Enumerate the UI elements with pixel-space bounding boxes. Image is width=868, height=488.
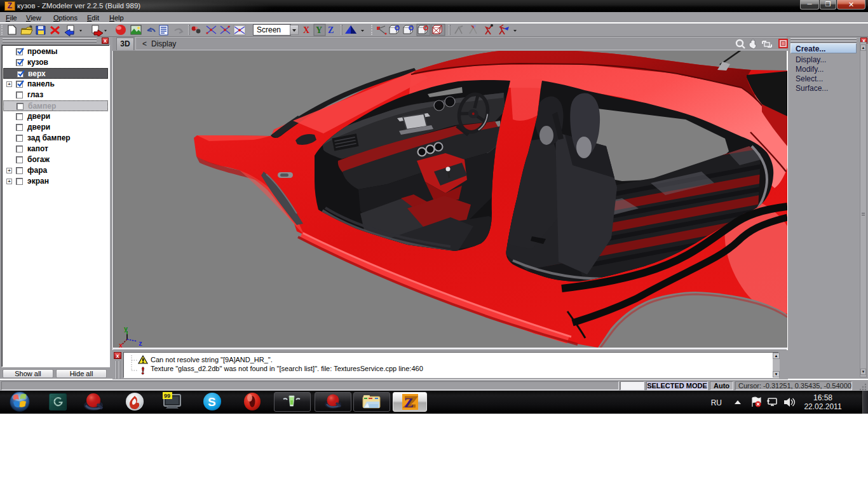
svg-text:Z: Z bbox=[404, 395, 414, 410]
svg-text:99: 99 bbox=[164, 393, 170, 399]
svg-text:Y: Y bbox=[316, 25, 322, 35]
svg-text:X: X bbox=[303, 25, 309, 35]
svg-text:z: z bbox=[139, 341, 142, 348]
svg-text:x: x bbox=[119, 342, 123, 348]
svg-text:S: S bbox=[208, 395, 216, 409]
svg-text:y: y bbox=[124, 326, 128, 333]
svg-text:Z: Z bbox=[328, 25, 334, 35]
